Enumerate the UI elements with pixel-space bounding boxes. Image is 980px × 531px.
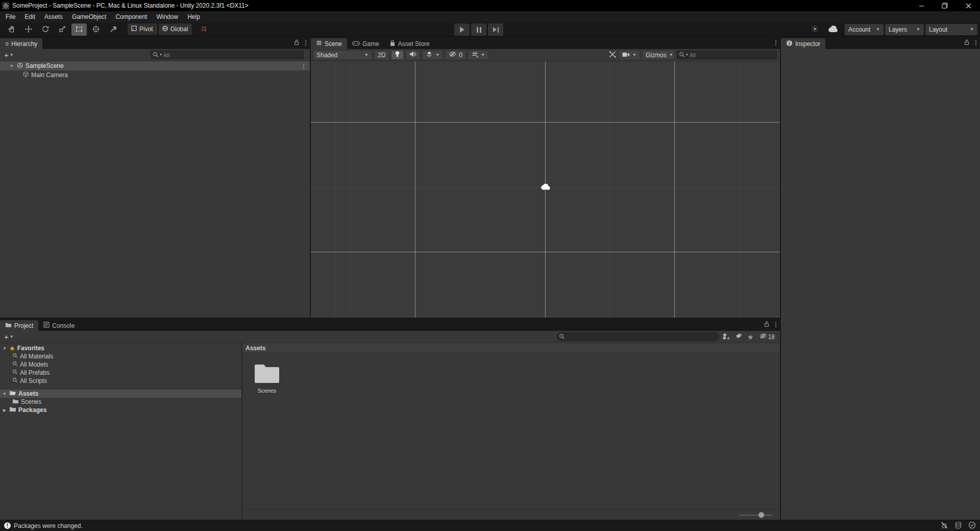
gizmos-dropdown[interactable]: Gizmos▼ — [642, 50, 675, 60]
collab-button[interactable] — [824, 23, 843, 36]
search-by-type-icon[interactable] — [722, 333, 730, 341]
progress-check-icon[interactable] — [968, 521, 976, 530]
status-info-icon[interactable]: ! — [4, 522, 11, 529]
tree-scenes[interactable]: Scenes — [0, 398, 241, 406]
gamepad-icon — [352, 40, 360, 47]
eye-hidden-icon — [449, 51, 456, 59]
global-toggle-button[interactable]: Global — [159, 23, 192, 35]
panel-menu-icon[interactable] — [304, 39, 308, 46]
transform-tool-button[interactable] — [88, 23, 104, 36]
scene-effects-dropdown[interactable]: ▼ — [422, 50, 443, 60]
pause-button[interactable] — [471, 23, 486, 36]
project-search-input[interactable] — [557, 332, 719, 341]
rect-tool-button[interactable] — [71, 23, 87, 36]
debugger-disabled-icon[interactable] — [940, 521, 948, 530]
rotate-icon — [41, 25, 50, 35]
foldout-open-icon[interactable]: ▼ — [2, 346, 7, 351]
scene-visibility-toggle[interactable]: 0 — [445, 50, 466, 60]
menu-gameobject[interactable]: GameObject — [67, 11, 111, 22]
slider-knob[interactable] — [758, 512, 764, 518]
scene-grid-icon — [316, 40, 322, 47]
scene-lighting-toggle[interactable] — [391, 50, 404, 60]
account-dropdown[interactable]: Account▼ — [845, 24, 884, 35]
status-message[interactable]: Packages were changed. — [14, 522, 83, 529]
lock-icon[interactable] — [294, 39, 300, 47]
restore-button[interactable] — [933, 0, 957, 11]
thumbnail-size-slider[interactable] — [739, 515, 773, 516]
scene-canvas[interactable] — [311, 61, 780, 318]
scale-icon — [58, 25, 66, 35]
asset-grid[interactable]: Scenes — [242, 353, 780, 510]
panel-menu-icon[interactable] — [774, 321, 778, 328]
eye-hidden-icon — [759, 333, 767, 341]
menu-window[interactable]: Window — [152, 11, 183, 22]
asset-tile-scenes[interactable]: Scenes — [248, 361, 286, 394]
2d-toggle-button[interactable]: 2D — [374, 50, 389, 60]
project-create-button[interactable]: +▼ — [2, 333, 16, 341]
rotate-tool-button[interactable] — [38, 23, 53, 36]
shading-mode-dropdown[interactable]: Shaded▼ — [313, 50, 372, 60]
menu-edit[interactable]: Edit — [20, 11, 40, 22]
scene-grid-dropdown[interactable]: ▼ — [468, 50, 488, 60]
video-camera-icon — [622, 52, 630, 59]
hierarchy-row-scene[interactable]: ▼ SampleScene — [0, 61, 310, 70]
tab-game[interactable]: Game — [347, 38, 384, 49]
lock-icon[interactable] — [964, 39, 970, 47]
play-button[interactable] — [454, 23, 470, 36]
tree-all-scripts[interactable]: All Scripts — [0, 377, 241, 385]
layout-dropdown[interactable]: Layout▼ — [925, 24, 977, 35]
gizmos-label: Gizmos — [646, 52, 667, 59]
hand-tool-button[interactable] — [4, 23, 19, 36]
hierarchy-create-button[interactable]: +▼ — [2, 51, 16, 59]
scene-search-input[interactable] — [677, 51, 777, 59]
tree-all-models[interactable]: All Models — [0, 360, 241, 369]
tab-console[interactable]: Console — [38, 320, 80, 331]
star-icon: ★ — [9, 345, 15, 352]
scene-view-panel: Scene Game Asset Store Shaded▼ 2D — [311, 37, 780, 318]
minimize-button[interactable] — [910, 0, 933, 11]
panel-menu-icon[interactable] — [974, 39, 978, 46]
tab-inspector[interactable]: Inspector — [781, 38, 825, 49]
tab-hierarchy[interactable]: ≡ Hierarchy — [0, 38, 42, 49]
menu-component[interactable]: Component — [111, 11, 152, 22]
foldout-open-icon[interactable]: ▼ — [2, 392, 7, 396]
scene-camera-dropdown[interactable]: ▼ — [619, 50, 640, 60]
tab-asset-store[interactable]: Asset Store — [384, 38, 435, 49]
hidden-packages-toggle[interactable]: 18 — [759, 333, 775, 341]
tree-packages[interactable]: ▶ Packages — [0, 406, 241, 414]
tree-favorites[interactable]: ▼ ★ Favorites — [0, 344, 241, 352]
favorites-star-icon[interactable]: ★ — [747, 333, 754, 341]
scale-tool-button[interactable] — [55, 23, 70, 36]
tree-all-prefabs[interactable]: All Prefabs — [0, 369, 241, 377]
lock-icon[interactable] — [764, 321, 770, 329]
tree-assets[interactable]: ▼ Assets — [0, 390, 241, 398]
menu-help[interactable]: Help — [183, 11, 205, 22]
pivot-toggle-button[interactable]: Pivot — [128, 23, 157, 35]
panel-menu-icon[interactable] — [774, 39, 778, 46]
chevron-down-icon: ▼ — [632, 53, 636, 57]
scene-options-icon[interactable] — [302, 63, 306, 70]
step-button[interactable] — [488, 23, 503, 36]
close-button[interactable] — [957, 0, 980, 11]
custom-tool-button[interactable] — [105, 23, 120, 36]
search-by-label-icon[interactable] — [735, 333, 742, 341]
folder-open-icon — [9, 390, 16, 397]
hierarchy-row-main-camera[interactable]: Main Camera — [0, 70, 310, 80]
foldout-closed-icon[interactable]: ▶ — [2, 408, 7, 413]
hierarchy-search-input[interactable] — [151, 51, 304, 59]
cache-server-icon[interactable] — [954, 521, 962, 530]
menu-assets[interactable]: Assets — [40, 11, 67, 22]
tab-scene[interactable]: Scene — [311, 38, 347, 49]
menu-file[interactable]: File — [1, 11, 20, 22]
progress-activity-button[interactable] — [807, 23, 822, 36]
tab-hierarchy-label: Hierarchy — [11, 40, 37, 47]
move-tool-button[interactable] — [21, 23, 36, 36]
foldout-open-icon[interactable]: ▼ — [9, 64, 14, 68]
component-tools-icon[interactable] — [608, 51, 617, 60]
layers-dropdown[interactable]: Layers▼ — [885, 24, 924, 35]
scene-audio-toggle[interactable] — [406, 50, 420, 60]
tab-project[interactable]: Project — [0, 320, 38, 331]
gameobject-cube-icon — [22, 71, 29, 79]
grid-snapping-button[interactable] — [196, 23, 211, 36]
tree-all-materials[interactable]: All Materials — [0, 352, 241, 360]
